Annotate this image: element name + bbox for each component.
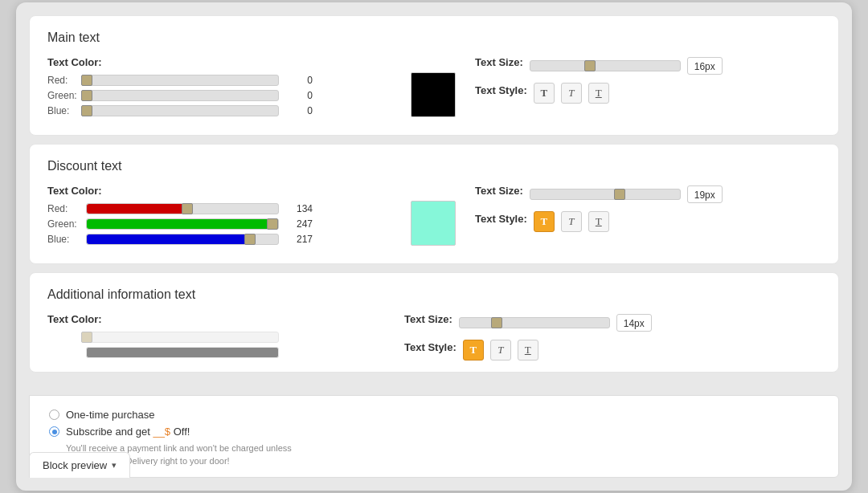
discount-underline-button[interactable]: T [588, 211, 609, 232]
subscribe-radio[interactable] [49, 426, 59, 437]
discount-color-label: Text Color: [47, 185, 385, 197]
red-label: Red: [47, 75, 81, 86]
additional-row-partial [47, 332, 385, 343]
discount-size-slider[interactable] [530, 189, 681, 200]
discount-text-section: Discount text Text Color: Red: 134 Green… [29, 144, 839, 264]
discount-red-value: 134 [284, 203, 313, 214]
subscribe-label: Subscribe and get __$ Off! [66, 426, 190, 438]
main-size-label: Text Size: [475, 56, 523, 68]
main-text-title: Main text [47, 31, 821, 45]
discount-green-value: 247 [284, 218, 313, 230]
discount-color-preview [411, 201, 456, 246]
additional-underline-button[interactable]: T [518, 340, 538, 361]
discount-style-label: Text Style: [475, 213, 527, 225]
block-preview-container: Block preview ▾ One-time purchase Subscr… [29, 395, 839, 478]
discount-red-row: Red: 134 [47, 203, 385, 214]
green-value: 0 [284, 90, 313, 101]
main-underline-button[interactable]: T [588, 83, 609, 104]
blue-value: 0 [284, 105, 313, 116]
highlight-text: __$ [153, 426, 170, 438]
discount-bold-button[interactable]: T [534, 211, 555, 232]
additional-slider-partial[interactable] [86, 332, 279, 343]
main-size-slider[interactable] [530, 60, 681, 71]
outer-wrapper: Main text Text Color: Red: 0 Green: [16, 2, 852, 491]
block-preview-label: Block preview [43, 459, 107, 471]
additional-bold-button[interactable]: T [463, 340, 484, 361]
main-text-section: Main text Text Color: Red: 0 Green: [29, 15, 839, 136]
discount-green-row: Green: 247 [47, 218, 385, 230]
red-row: Red: 0 [47, 75, 385, 86]
preview-panel: One-time purchase Subscribe and get __$ … [29, 395, 839, 478]
green-slider[interactable] [86, 90, 279, 101]
green-label: Green: [47, 90, 81, 101]
green-row: Green: 0 [47, 90, 385, 101]
additional-style-label: Text Style: [404, 341, 457, 353]
main-italic-button[interactable]: T [561, 83, 582, 104]
red-slider[interactable] [86, 75, 279, 86]
preview-sub-text: You'll receive a payment link and won't … [66, 442, 819, 467]
discount-green-slider[interactable] [86, 218, 279, 230]
discount-blue-label: Blue: [47, 234, 81, 245]
discount-blue-slider[interactable] [86, 234, 279, 245]
one-time-option[interactable]: One-time purchase [49, 409, 819, 421]
chevron-down-icon: ▾ [112, 460, 117, 471]
discount-italic-button[interactable]: T [561, 211, 582, 232]
additional-row-partial-2 [47, 347, 385, 358]
subscribe-option[interactable]: Subscribe and get __$ Off! [49, 426, 819, 438]
additional-text-section: Additional information text Text Color: [29, 272, 839, 373]
main-color-label: Text Color: [47, 56, 385, 68]
blue-row: Blue: 0 [47, 105, 385, 116]
additional-size-label: Text Size: [404, 313, 452, 325]
main-style-label: Text Style: [475, 84, 527, 96]
block-preview-bar[interactable]: Block preview ▾ [29, 452, 130, 478]
one-time-radio[interactable] [49, 409, 59, 420]
additional-italic-button[interactable]: T [490, 340, 511, 361]
blue-label: Blue: [47, 105, 81, 116]
discount-blue-value: 217 [284, 234, 313, 245]
one-time-label: One-time purchase [66, 409, 155, 421]
additional-color-label: Text Color: [47, 313, 385, 325]
red-value: 0 [284, 75, 313, 86]
blue-slider[interactable] [86, 105, 279, 116]
discount-size-value: 19px [687, 185, 723, 203]
discount-red-slider[interactable] [86, 203, 279, 214]
discount-blue-row: Blue: 217 [47, 234, 385, 245]
additional-slider-partial-2[interactable] [86, 347, 279, 358]
main-bold-button[interactable]: T [534, 83, 555, 104]
discount-text-title: Discount text [47, 159, 821, 173]
discount-green-label: Green: [47, 218, 81, 230]
discount-red-label: Red: [47, 203, 81, 214]
main-color-preview [411, 72, 456, 117]
main-size-value: 16px [687, 57, 723, 75]
additional-text-title: Additional information text [47, 287, 821, 302]
additional-size-value: 14px [616, 314, 652, 332]
additional-section-wrapper: Additional information text Text Color: [29, 272, 839, 478]
discount-size-label: Text Size: [475, 185, 523, 197]
additional-size-slider[interactable] [459, 317, 610, 328]
